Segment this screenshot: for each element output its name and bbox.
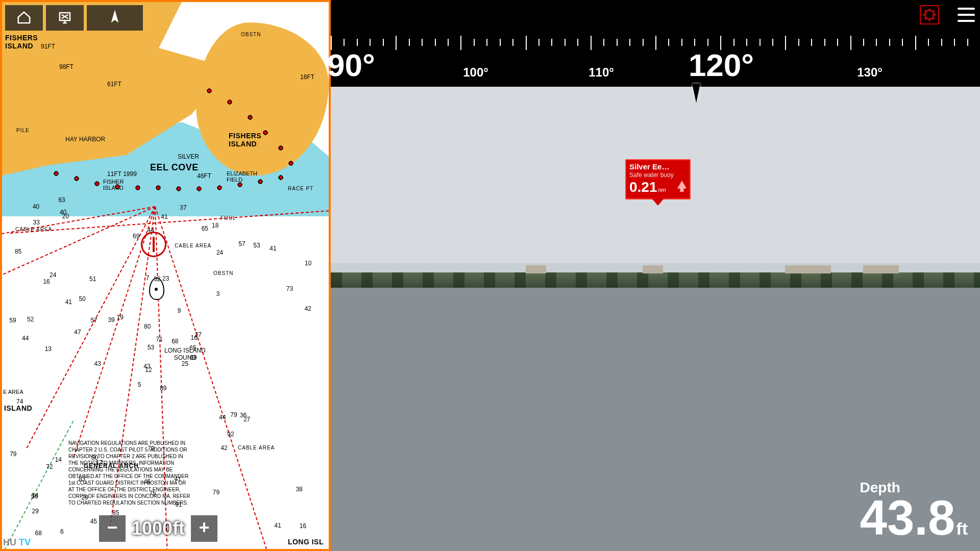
waypoint-cancel-icon <box>57 10 72 26</box>
ar-target-unit: nm <box>658 187 666 193</box>
autopilot-button[interactable] <box>920 5 939 24</box>
zoom-out-button[interactable]: − <box>99 515 126 542</box>
menu-button[interactable] <box>958 8 975 22</box>
cursor-icon <box>107 10 122 26</box>
depth-value: 43.8 <box>860 490 955 545</box>
titlebar-icons <box>920 5 975 24</box>
label-obstn-2: OBSTN <box>241 32 261 37</box>
helm-wheel-icon <box>922 8 937 22</box>
label-race: RACE PT <box>288 186 313 191</box>
depth-unit: ft <box>956 519 968 538</box>
label-e-area: E AREA <box>3 389 23 395</box>
label-cable-area-2: CABLE AREA <box>175 243 211 248</box>
label-island-sw: ISLAND <box>4 404 32 412</box>
chart-canvas[interactable]: FISHERS ISLAND FISHERS ISLAND EEL COVE S… <box>2 2 329 549</box>
hu-tv-indicator: HU TV <box>3 537 31 548</box>
depth-readout: Depth 43.8ft <box>860 480 968 540</box>
ar-target-title: Silver Ee… <box>629 162 687 171</box>
ar-target-subtitle: Safe water buoy <box>629 171 687 179</box>
heading-minor: 100° <box>463 65 488 80</box>
label-obstn-1: OBSTN <box>213 270 233 276</box>
label-long-isl: LONG ISL <box>288 538 324 546</box>
chart-toolbar <box>5 5 143 31</box>
ar-target-card[interactable]: Silver Ee… Safe water buoy 0.21 nm <box>625 159 691 199</box>
heading-minor: 130° <box>857 65 883 80</box>
heading-minor: 110° <box>589 65 614 80</box>
menu-icon <box>958 8 975 10</box>
ar-target-distance: 0.21 <box>629 179 657 195</box>
chart-pane[interactable]: FISHERS ISLAND FISHERS ISLAND EEL COVE S… <box>0 0 331 551</box>
chart-orientation-button[interactable] <box>87 5 143 31</box>
label-li-sound: LONG ISLAND SOUND <box>164 347 206 361</box>
home-button[interactable] <box>5 5 43 31</box>
heading-indicator-icon <box>692 84 700 103</box>
label-cable-area-3: CABLE AREA <box>238 445 275 450</box>
label-pile: PILE <box>16 128 30 133</box>
chart-regulation-note: NAVIGATION REGULATIONS ARE PUBLISHED IN … <box>68 440 191 506</box>
heading-major: 120° <box>689 47 754 83</box>
home-icon <box>16 10 32 26</box>
camera-pane[interactable]: 90° 120° 100° 110° 130° Silver Ee… Safe … <box>331 0 980 551</box>
compass-strip: 90° 120° 100° 110° 130° <box>331 20 980 87</box>
buoy-icon <box>677 181 687 192</box>
zoom-in-button[interactable]: + <box>191 515 217 542</box>
compass-rose-icon <box>141 232 166 257</box>
chart-scale: 1000ft <box>129 518 188 539</box>
zoom-controls: − 1000ft + <box>99 515 217 542</box>
waypoint-cancel-button[interactable] <box>46 5 84 31</box>
heading-major: 90° <box>327 47 375 83</box>
own-vessel-icon <box>149 278 164 300</box>
